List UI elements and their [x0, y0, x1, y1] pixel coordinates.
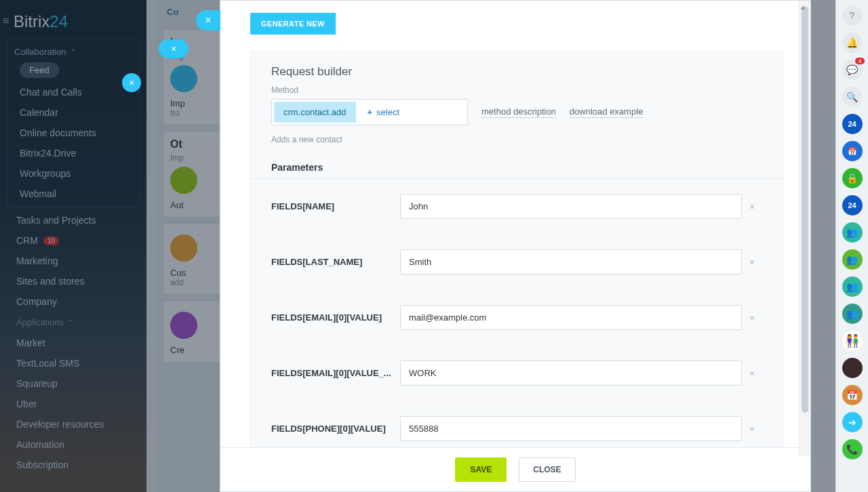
- close-icon[interactable]: ×: [159, 39, 189, 58]
- parameter-input[interactable]: [400, 194, 742, 219]
- parameter-input[interactable]: [400, 249, 742, 274]
- close-icon[interactable]: ×: [122, 73, 141, 92]
- b24-icon[interactable]: 24: [842, 195, 863, 216]
- parameter-row: FIELDS[EMAIL][0][VALUE_...×: [271, 346, 762, 401]
- request-builder-panel: × ▲ GENERATE NEW Request builder Method …: [220, 0, 811, 492]
- group-icon[interactable]: 👥: [842, 222, 863, 243]
- parameter-label: FIELDS[EMAIL][0][VALUE]: [271, 312, 400, 323]
- method-selector[interactable]: crm.contact.add +select: [271, 99, 468, 125]
- avatar[interactable]: [842, 358, 863, 378]
- parameter-input[interactable]: [400, 305, 742, 330]
- exit-icon[interactable]: ➜: [842, 412, 863, 432]
- remove-parameter-icon[interactable]: ×: [742, 257, 762, 268]
- b24-icon[interactable]: 24: [842, 114, 863, 134]
- parameter-row: FIELDS[NAME]×: [271, 179, 762, 234]
- parameter-label: FIELDS[NAME]: [271, 201, 400, 211]
- close-button[interactable]: CLOSE: [519, 457, 575, 482]
- parameter-input[interactable]: [400, 416, 742, 441]
- method-description-link[interactable]: method description: [481, 106, 556, 118]
- panel-close-button[interactable]: ×: [196, 10, 220, 30]
- avatar-pair[interactable]: 👫: [842, 331, 863, 351]
- calendar-icon[interactable]: 📅: [842, 141, 863, 161]
- remove-parameter-icon[interactable]: ×: [742, 312, 762, 323]
- bell-icon[interactable]: 🔔: [842, 33, 863, 53]
- help-icon[interactable]: ?: [842, 5, 863, 26]
- remove-parameter-icon[interactable]: ×: [742, 368, 762, 379]
- parameter-label: FIELDS[LAST_NAME]: [271, 257, 400, 267]
- request-builder-box: Request builder Method crm.contact.add +…: [250, 51, 783, 447]
- parameter-input[interactable]: [400, 361, 742, 386]
- clock-icon[interactable]: 📅: [842, 385, 863, 405]
- search-icon[interactable]: 🔍: [842, 87, 863, 107]
- generate-new-button[interactable]: GENERATE NEW: [250, 13, 336, 35]
- chat-icon[interactable]: 💬4: [842, 60, 863, 80]
- remove-parameter-icon[interactable]: ×: [742, 424, 762, 434]
- method-name-chip: crm.contact.add: [274, 102, 356, 123]
- scrollbar-track[interactable]: [798, 1, 810, 456]
- parameter-row: FIELDS[PHONE][0][VALUE]×: [271, 401, 762, 447]
- group-icon[interactable]: 👥: [842, 249, 863, 270]
- modal-footer: SAVE CLOSE: [220, 447, 810, 491]
- parameter-row: FIELDS[LAST_NAME]×: [271, 234, 762, 290]
- method-select-link[interactable]: +select: [358, 100, 410, 125]
- scrollbar-thumb[interactable]: [802, 6, 808, 413]
- collapse-caret-icon[interactable]: ▲: [800, 3, 806, 11]
- remove-parameter-icon[interactable]: ×: [742, 201, 762, 212]
- group-icon[interactable]: 👥: [842, 276, 863, 297]
- notification-badge: 4: [855, 58, 864, 64]
- parameters-heading: Parameters: [271, 162, 762, 173]
- parameter-row: FIELDS[EMAIL][0][VALUE]×: [271, 290, 762, 346]
- panel-title: Request builder: [271, 65, 762, 79]
- lock-icon[interactable]: 🔒: [842, 168, 863, 188]
- save-button[interactable]: SAVE: [455, 457, 507, 482]
- group-icon[interactable]: 👥: [842, 304, 863, 324]
- method-hint: Adds a new contact: [271, 135, 762, 144]
- phone-icon[interactable]: 📞: [842, 439, 863, 459]
- right-rail: ? 🔔 💬4 🔍 24 📅 🔒 24 👥 👥 👥 👥 👫 📅 ➜ 📞: [835, 0, 868, 492]
- parameter-label: FIELDS[EMAIL][0][VALUE_...: [271, 368, 400, 378]
- parameter-label: FIELDS[PHONE][0][VALUE]: [271, 424, 400, 434]
- download-example-link[interactable]: download example: [570, 106, 643, 118]
- method-label: Method: [271, 85, 762, 95]
